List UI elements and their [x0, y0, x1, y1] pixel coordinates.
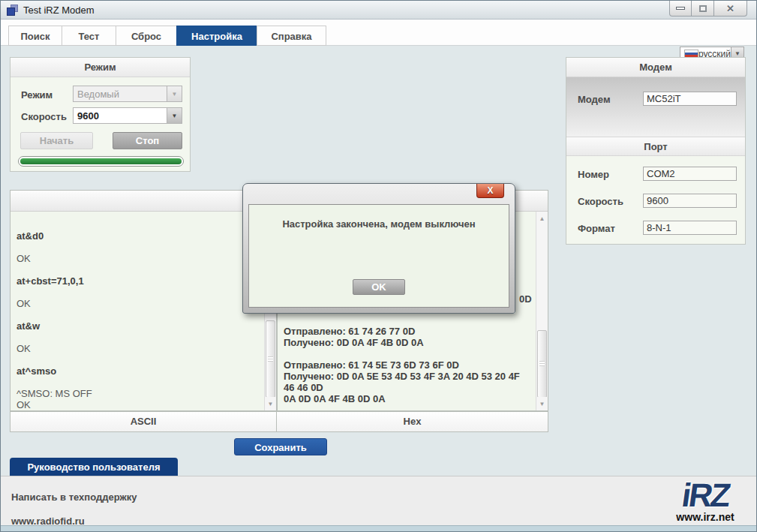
log-line: Отправлено: 61 74 5E 73 6D 73 6F 0D [284, 359, 533, 371]
log-line [17, 287, 258, 298]
log-line: at^smso [17, 365, 258, 377]
progress-bar [18, 156, 184, 167]
dialog-ok-button[interactable]: OK [353, 279, 405, 295]
port-number-label: Номер [578, 169, 609, 180]
port-format-label: Формат [578, 223, 615, 234]
scroll-up-icon[interactable]: ▲ [536, 212, 548, 225]
window-title: Test iRZ Modem [23, 5, 95, 16]
scroll-down-icon[interactable]: ▼ [265, 397, 276, 410]
log-line: OK [17, 343, 258, 354]
log-line: ^SMSO: MS OFF [17, 388, 258, 399]
ascii-pane-header [11, 191, 276, 212]
minimize-button[interactable] [669, 1, 692, 17]
mode-label: Режим [21, 89, 53, 101]
modem-label: Модем [578, 94, 611, 105]
tab-bar: ПоискТестСбросНастройкаСправка [8, 26, 326, 46]
tab-strip: ПоискТестСбросНастройкаСправка русский ▼ [1, 20, 756, 46]
log-line: OK [17, 298, 258, 309]
window-controls: ✕ [669, 1, 747, 17]
scroll-down-icon[interactable]: ▼ [536, 397, 548, 410]
title-bar[interactable]: Test iRZ Modem ✕ [1, 1, 756, 20]
minimize-icon [676, 7, 685, 10]
port-speed-label: Скорость [578, 196, 623, 207]
chevron-down-icon[interactable]: ▼ [167, 108, 182, 123]
mode-value: Ведомый [74, 89, 167, 100]
save-button[interactable]: Сохранить [234, 438, 327, 455]
log-line [17, 242, 258, 253]
support-link[interactable]: Написать в техподдержку [11, 491, 137, 503]
manual-tab[interactable]: Руководство пользователя [10, 458, 178, 476]
log-line: Отправлено: 61 74 26 77 0D [284, 326, 533, 337]
speed-value: 9600 [74, 110, 167, 122]
log-line [17, 332, 258, 343]
log-line: OK [17, 253, 258, 264]
log-line: Получено: 0D 0A 5E 53 4D 53 4F 3A 20 4D … [284, 371, 533, 393]
modem-panel: Модем Модем MC52iT Порт Номер COM2 Скоро… [566, 57, 746, 245]
log-line: at&w [17, 320, 258, 332]
log-line: at+cbst=71,0,1 [17, 275, 258, 287]
log-line [17, 377, 258, 388]
modem-panel-title: Модем [566, 58, 745, 77]
tab-reset[interactable]: Сброс [116, 26, 176, 46]
app-icon [7, 5, 19, 17]
port-panel-title: Порт [566, 137, 745, 156]
hex-footer-label: Hex [276, 411, 548, 432]
tab-help[interactable]: Справка [257, 26, 326, 46]
progress-fill [20, 158, 182, 164]
hex-log-lines: Отправлено: 61 74 26 77 0DПолучено: 0D 0… [284, 326, 533, 404]
close-icon: ✕ [726, 4, 734, 14]
start-button: Начать [20, 132, 93, 149]
mode-panel: Режим Режим Ведомый ▼ Скорость 9600 ▼ На… [10, 57, 191, 172]
speed-label: Скорость [21, 111, 67, 122]
ascii-footer-label: ASCII [10, 411, 277, 432]
stop-button[interactable]: Стоп [113, 132, 182, 149]
modem-section: Модем MC52iT [566, 77, 745, 137]
app-window: Test iRZ Modem ✕ ПоискТестСбросНастройка… [0, 0, 757, 532]
tab-test[interactable]: Тест [62, 26, 116, 46]
log-line: OK [17, 399, 258, 410]
log-line [17, 309, 258, 320]
dialog-message: Настройка закончена, модем выключен [249, 218, 509, 230]
hex-partial-line: 0D [519, 293, 532, 305]
footer: Написать в техподдержку www.radiofid.ru … [1, 476, 756, 526]
log-line [17, 354, 258, 365]
tab-search[interactable]: Поиск [8, 26, 62, 46]
close-button[interactable]: ✕ [714, 1, 747, 17]
grip-icon [539, 361, 545, 366]
speed-dropdown[interactable]: 9600 ▼ [73, 107, 182, 124]
port-format-field[interactable]: 8-N-1 [643, 221, 737, 235]
log-line [17, 264, 258, 275]
grip-icon [268, 356, 273, 362]
ascii-log-content[interactable]: at&d0 OK at+cbst=71,0,1 OK at&w OK at^sm… [11, 212, 264, 410]
chevron-down-icon: ▼ [167, 86, 182, 101]
scroll-thumb[interactable] [266, 320, 275, 398]
tab-settings[interactable]: Настройка [176, 26, 257, 46]
irz-logo-text: iRZ [665, 478, 745, 512]
port-speed-field[interactable]: 9600 [643, 194, 737, 208]
window-bottom-edge [1, 525, 756, 531]
maximize-icon [699, 5, 707, 12]
dialog-body: Настройка закончена, модем выключен OK [248, 204, 509, 308]
log-line: Получено: 0D 0A 4F 4B 0D 0A [284, 337, 533, 348]
modem-field[interactable]: MC52iT [643, 92, 737, 106]
log-line: at&d0 [17, 230, 258, 242]
irz-logo: iRZ www.irz.net [668, 478, 743, 523]
log-line: 0A 0D 0A 4F 4B 0D 0A [284, 393, 533, 404]
mode-panel-title: Режим [11, 58, 190, 77]
ascii-log-pane: at&d0 OK at+cbst=71,0,1 OK at&w OK at^sm… [10, 190, 277, 411]
message-dialog: X Настройка закончена, модем выключен OK [242, 183, 515, 314]
mode-dropdown: Ведомый ▼ [73, 86, 182, 102]
hex-scrollbar[interactable]: ▲ ▼ [536, 212, 548, 410]
log-line [284, 348, 533, 359]
port-number-field[interactable]: COM2 [643, 167, 737, 181]
maximize-button[interactable] [692, 1, 714, 17]
scroll-thumb[interactable] [537, 330, 547, 398]
dialog-close-button[interactable]: X [476, 184, 504, 198]
